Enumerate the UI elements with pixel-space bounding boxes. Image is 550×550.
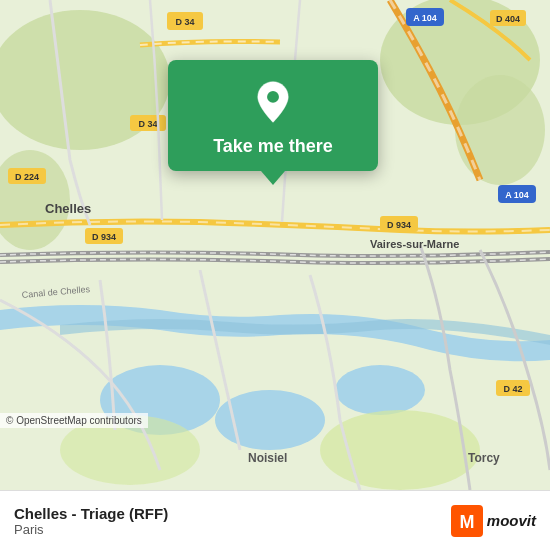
svg-text:M: M xyxy=(459,512,474,532)
svg-text:D 224: D 224 xyxy=(15,172,39,182)
map-container: A 104 D 404 D 34 D 934 D 934 A 104 D 224… xyxy=(0,0,550,490)
station-name: Chelles - Triage (RFF) xyxy=(14,505,168,522)
svg-text:D 42: D 42 xyxy=(503,384,522,394)
svg-text:Chelles: Chelles xyxy=(45,201,91,216)
svg-text:D 934: D 934 xyxy=(92,232,116,242)
svg-text:D 34: D 34 xyxy=(138,119,157,129)
svg-point-7 xyxy=(335,365,425,415)
osm-attribution: © OpenStreetMap contributors xyxy=(0,413,148,428)
svg-text:D 934: D 934 xyxy=(387,220,411,230)
station-info: Chelles - Triage (RFF) Paris xyxy=(14,505,168,537)
svg-point-8 xyxy=(320,410,480,490)
moovit-logo: M moovit xyxy=(451,505,536,537)
popup-card[interactable]: Take me there xyxy=(168,60,378,171)
location-pin-icon xyxy=(249,78,297,126)
cta-button-label: Take me there xyxy=(213,136,333,157)
svg-text:Noisiel: Noisiel xyxy=(248,451,287,465)
svg-text:D 34: D 34 xyxy=(175,17,194,27)
svg-point-4 xyxy=(455,75,545,185)
station-city: Paris xyxy=(14,522,168,537)
svg-text:Torcy: Torcy xyxy=(468,451,500,465)
svg-point-33 xyxy=(267,91,279,103)
moovit-icon: M xyxy=(451,505,483,537)
svg-text:A 104: A 104 xyxy=(505,190,529,200)
svg-text:A 104: A 104 xyxy=(413,13,437,23)
bottom-bar: Chelles - Triage (RFF) Paris M moovit xyxy=(0,490,550,550)
svg-point-6 xyxy=(215,390,325,450)
moovit-brand-text: moovit xyxy=(487,512,536,529)
svg-text:Vaires-sur-Marne: Vaires-sur-Marne xyxy=(370,238,459,250)
svg-text:D 404: D 404 xyxy=(496,14,520,24)
